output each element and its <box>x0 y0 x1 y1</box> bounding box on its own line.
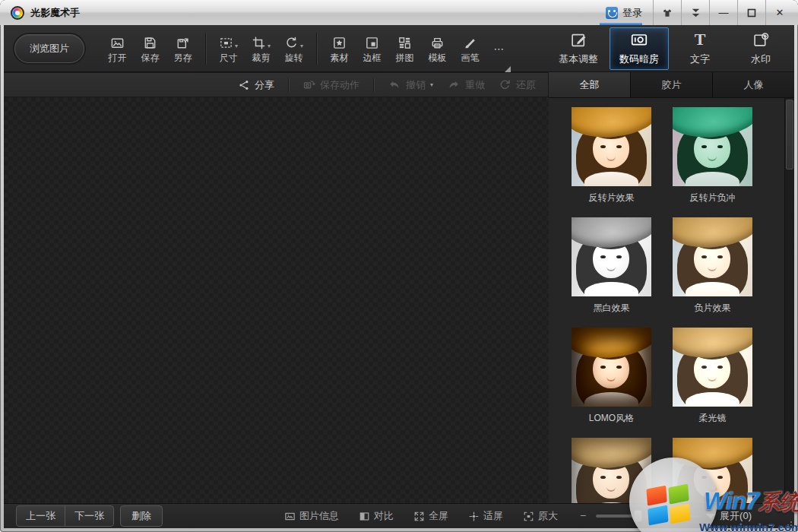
effect-item[interactable]: 反转片效果 <box>572 107 651 204</box>
chevron-down-icon[interactable]: ▾ <box>300 43 303 50</box>
scrollbar-thumb[interactable] <box>786 100 793 169</box>
action-separator <box>288 78 289 92</box>
tab-text[interactable]: T 文字 <box>670 27 730 70</box>
effect-item[interactable] <box>572 438 651 503</box>
effect-label: 柔光镜 <box>699 412 727 424</box>
fullscreen-button[interactable]: 全屏 <box>413 509 448 523</box>
effect-item[interactable]: 柔光镜 <box>673 328 752 424</box>
camera-icon <box>630 30 648 49</box>
effects-scrollbar[interactable] <box>784 98 794 503</box>
save-action-label: 保存动作 <box>320 78 359 92</box>
chevron-down-icon[interactable]: ▾ <box>430 81 433 89</box>
redo-label: 重做 <box>465 78 485 92</box>
resize-grip[interactable] <box>784 518 792 526</box>
save-as-label: 另存 <box>174 53 192 62</box>
compare-button[interactable]: 对比 <box>359 509 394 523</box>
zoom-slider[interactable] <box>596 515 701 518</box>
zoom-out-button[interactable]: − <box>578 511 588 521</box>
tab-basic-adjust[interactable]: 基本调整 <box>549 27 608 70</box>
tab-portrait-effects[interactable]: 人像 <box>713 72 794 97</box>
effect-item[interactable]: 黑白效果 <box>572 217 651 314</box>
skin-button[interactable] <box>653 0 681 25</box>
material-button[interactable]: 素材 <box>323 35 356 62</box>
more-icon: ⋯ <box>494 43 505 54</box>
image-info-icon <box>284 511 296 522</box>
share-button[interactable]: 分享 <box>238 78 274 92</box>
original-size-label: 原大 <box>538 509 558 523</box>
restore-label: 还原 <box>516 78 536 92</box>
original-size-button[interactable]: 原大 <box>523 509 558 523</box>
effect-item[interactable] <box>673 438 752 503</box>
save-as-icon <box>176 36 190 50</box>
chevron-down-icon[interactable]: ▾ <box>268 43 271 50</box>
maximize-button[interactable] <box>737 0 765 25</box>
save-as-button[interactable]: 另存 <box>166 35 199 62</box>
size-button[interactable]: ▾ 尺寸 <box>212 35 245 62</box>
delete-image-button[interactable]: 删除 <box>120 505 163 527</box>
effect-item[interactable]: 负片效果 <box>673 217 752 314</box>
image-info-label: 图片信息 <box>299 509 339 523</box>
effect-thumbnail <box>572 217 651 296</box>
tab-all-effects[interactable]: 全部 <box>549 72 631 97</box>
rotate-icon <box>284 36 299 50</box>
open-image-icon <box>110 36 125 50</box>
tab-text-label: 文字 <box>690 52 710 66</box>
minimize-button[interactable]: — <box>709 0 737 25</box>
zoom-slider-thumb[interactable] <box>634 510 642 522</box>
view-controls: 图片信息 对比 全屏 适屏 原大 <box>284 509 558 523</box>
brush-icon <box>463 36 477 50</box>
compare-label: 对比 <box>374 509 394 523</box>
main-toolbar: 浏览图片 打开 保存 另存 ▾ 尺寸 <box>4 25 794 72</box>
tab-watermark[interactable]: 水印 <box>731 27 790 70</box>
tab-watermark-label: 水印 <box>751 52 771 66</box>
effect-item[interactable]: LOMO风格 <box>572 328 651 424</box>
frame-icon <box>365 36 379 50</box>
login-label: 登录 <box>622 6 642 20</box>
image-info-button[interactable]: 图片信息 <box>284 509 339 523</box>
expand-corner-icon <box>505 66 511 72</box>
maximize-icon <box>747 8 756 17</box>
effect-item[interactable]: 反转片负冲 <box>673 107 752 204</box>
template-button[interactable]: 模板 <box>421 35 454 62</box>
effects-panel: 反转片效果 反转片负冲 黑白效果 <box>549 97 794 503</box>
watermark-plus-icon <box>752 31 770 49</box>
resize-icon <box>219 36 233 50</box>
border-button[interactable]: 边框 <box>356 35 388 62</box>
next-image-button[interactable]: 下一张 <box>65 506 113 526</box>
original-size-icon <box>523 511 534 522</box>
chevron-down-icon[interactable]: ▾ <box>235 43 238 50</box>
effect-thumbnail <box>572 107 651 186</box>
printer-icon <box>430 36 445 50</box>
crop-button[interactable]: ▾ 裁剪 <box>245 35 277 62</box>
collage-button[interactable]: 拼图 <box>388 35 421 62</box>
nav-button-group: 上一张 下一张 <box>16 505 114 527</box>
redo-button[interactable]: 重做 <box>447 78 485 92</box>
tab-digital-darkroom[interactable]: 数码暗房 <box>610 27 669 70</box>
restore-button[interactable]: 还原 <box>499 78 536 92</box>
effect-label: LOMO风格 <box>589 412 634 424</box>
close-button[interactable]: ✕ <box>765 0 793 25</box>
effect-label: 反转片效果 <box>589 192 635 204</box>
text-tool-icon: T <box>695 30 706 49</box>
browse-images-button[interactable]: 浏览图片 <box>14 34 84 63</box>
expand-queue-button[interactable]: 展开(0) <box>706 509 787 523</box>
tab-film-effects[interactable]: 胶片 <box>631 72 713 97</box>
previous-image-button[interactable]: 上一张 <box>17 506 65 526</box>
login-button[interactable]: 登录 <box>595 0 653 25</box>
rotate-button[interactable]: ▾ 旋转 <box>277 35 310 62</box>
effects-category-tabs: 全部 胶片 人像 <box>549 72 794 97</box>
effect-label: 负片效果 <box>695 302 731 314</box>
share-icon <box>238 79 250 91</box>
brush-label: 画笔 <box>461 53 480 62</box>
brush-button[interactable]: 画笔 <box>454 35 486 62</box>
fit-screen-button[interactable]: 适屏 <box>468 509 503 523</box>
save-button[interactable]: 保存 <box>134 35 166 62</box>
tshirt-icon <box>661 7 673 19</box>
open-button[interactable]: 打开 <box>101 35 134 62</box>
save-icon <box>143 36 157 50</box>
undo-button[interactable]: 撤销 ▾ <box>388 78 433 92</box>
collapse-button[interactable] <box>681 0 709 25</box>
save-action-button[interactable]: 保存动作 <box>302 78 359 92</box>
more-tools-button[interactable]: ⋯ <box>486 43 512 54</box>
image-canvas[interactable] <box>4 97 549 503</box>
